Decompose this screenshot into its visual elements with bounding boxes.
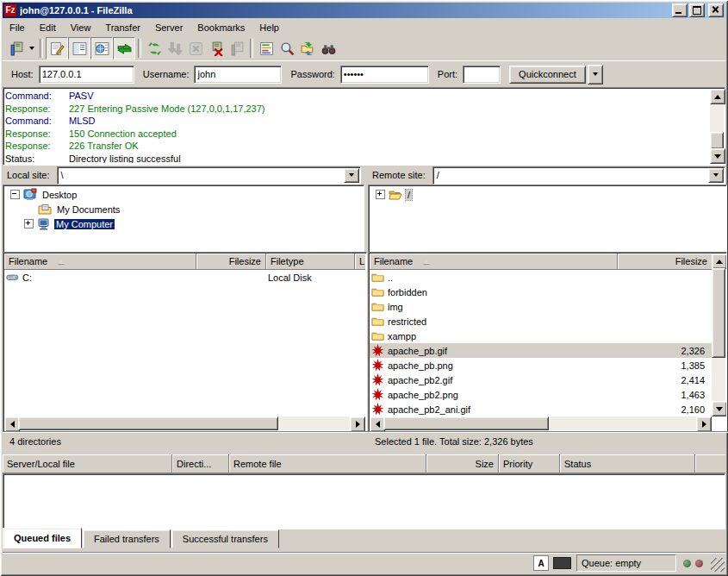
password-label: Password: (290, 69, 334, 79)
title-bar[interactable]: Fz john@127.0.0.1 - FileZilla (3, 3, 725, 18)
toggle-message-log-button[interactable] (46, 37, 68, 59)
log-scrollbar[interactable] (710, 89, 724, 164)
combo-dropdown-button[interactable] (708, 168, 724, 183)
host-input[interactable] (39, 66, 134, 84)
local-tree-icon (72, 41, 87, 56)
remote-list-vscrollbar[interactable] (712, 254, 725, 416)
remote-file-row[interactable]: apache_pb2.gif2,414 (370, 373, 712, 387)
expand-icon[interactable] (376, 190, 385, 199)
column-header-priority[interactable]: Priority (499, 454, 560, 473)
menu-server[interactable]: Server (155, 22, 183, 33)
remote-file-row[interactable]: apache_pb2.png1,463 (370, 387, 712, 402)
directory-comparison-button[interactable] (256, 38, 277, 59)
menu-transfer[interactable]: Transfer (105, 22, 140, 33)
resize-grip[interactable] (711, 558, 725, 572)
menu-view[interactable]: View (71, 22, 91, 33)
refresh-icon (147, 41, 162, 56)
log-line: Command:MLSD (5, 115, 709, 128)
desktop-icon (23, 188, 37, 202)
column-header-status[interactable]: Status (560, 454, 695, 473)
remote-file-row-selected[interactable]: apache_pb.gif2,326 (370, 343, 712, 358)
tab-successful-transfers[interactable]: Successful transfers (171, 529, 279, 548)
minimize-button[interactable] (672, 3, 688, 17)
local-list-hscrollbar[interactable] (4, 416, 365, 430)
local-file-row[interactable]: C: Local Disk (4, 270, 365, 285)
scroll-up-button[interactable] (712, 254, 727, 269)
port-input[interactable] (463, 66, 501, 84)
remote-site-combo[interactable]: / (432, 166, 725, 185)
menu-help[interactable]: Help (259, 22, 279, 33)
remote-file-row[interactable]: xampp (370, 329, 712, 343)
disconnect-button[interactable] (206, 38, 227, 59)
message-log-icon (50, 41, 65, 56)
find-files-button[interactable] (277, 38, 297, 59)
column-header-size[interactable]: Size (426, 454, 499, 473)
menu-file[interactable]: File (9, 22, 25, 33)
tree-item-desktop[interactable]: Desktop (3, 187, 364, 202)
remote-status-text: Selected 1 file. Total size: 2,326 bytes (375, 436, 533, 447)
log-line: Command:PASV (5, 90, 709, 103)
log-line: Response:227 Entering Passive Mode (127,… (5, 103, 709, 116)
log-line: Status:Directory listing successful (5, 153, 709, 164)
filter-button[interactable] (318, 38, 339, 59)
scroll-right-button[interactable] (350, 416, 365, 432)
column-header-filename[interactable]: Filename (370, 254, 618, 270)
column-header-last-modified[interactable]: L (355, 254, 365, 270)
menu-edit[interactable]: Edit (40, 22, 56, 33)
arrow-right-icon (356, 421, 360, 428)
cancel-operation-button[interactable] (185, 38, 206, 59)
column-header-server-local-file[interactable]: Server/Local file (3, 454, 172, 473)
synchronized-browsing-button[interactable] (297, 38, 318, 59)
process-queue-button[interactable] (165, 38, 185, 59)
tab-queued-files[interactable]: Queued files (3, 528, 82, 548)
collapse-icon[interactable] (10, 190, 20, 199)
column-header-remote-file[interactable]: Remote file (229, 454, 426, 473)
remote-file-row[interactable]: apache_pb2_ani.gif2,160 (370, 402, 712, 416)
password-input[interactable] (340, 66, 429, 84)
menu-bookmarks[interactable]: Bookmarks (197, 22, 245, 33)
username-input[interactable] (194, 66, 282, 84)
remote-list-hscrollbar[interactable] (370, 416, 712, 430)
scroll-down-button[interactable] (710, 148, 725, 164)
remote-file-row[interactable]: restricted (370, 314, 712, 329)
queue-body[interactable] (3, 473, 725, 529)
close-button[interactable] (708, 3, 724, 17)
column-header-direction[interactable]: Directi... (172, 454, 229, 473)
refresh-button[interactable] (144, 38, 165, 59)
scroll-thumb[interactable] (383, 416, 549, 430)
remote-file-row[interactable]: img (370, 299, 712, 314)
remote-file-row[interactable]: apache_pb.png1,385 (370, 358, 712, 373)
quickconnect-dropdown[interactable] (588, 65, 603, 85)
site-manager-dropdown[interactable] (27, 38, 37, 59)
local-site-combo[interactable]: \ (57, 166, 361, 185)
tree-item-root[interactable]: / (369, 187, 726, 202)
column-header-filename[interactable]: Filename (4, 254, 196, 270)
column-header-filetype[interactable]: Filetype (266, 254, 355, 270)
toggle-local-tree-button[interactable] (68, 37, 90, 59)
local-site-label: Local site: (7, 170, 50, 180)
column-header-filesize[interactable]: Filesize (196, 254, 266, 270)
scroll-right-button[interactable] (696, 416, 712, 432)
toggle-remote-tree-button[interactable] (90, 37, 113, 59)
scroll-down-button[interactable] (712, 401, 727, 416)
remote-file-row[interactable]: forbidden (370, 285, 712, 299)
site-manager-button[interactable] (6, 38, 27, 59)
quickconnect-button[interactable]: Quickconnect (509, 66, 586, 84)
remote-file-row[interactable]: .. (370, 270, 712, 285)
tree-item-my-computer[interactable]: My Computer (3, 216, 364, 231)
reconnect-button[interactable] (227, 38, 247, 59)
column-header-filesize[interactable]: Filesize (618, 254, 712, 270)
maximize-button[interactable] (689, 3, 705, 17)
open-folder-icon (389, 188, 402, 202)
combo-dropdown-button[interactable] (344, 168, 359, 183)
scroll-thumb[interactable] (712, 268, 725, 358)
speed-limit-indicator-icon (553, 557, 571, 569)
tab-failed-transfers[interactable]: Failed transfers (83, 529, 171, 548)
close-icon (709, 4, 723, 16)
scroll-up-button[interactable] (710, 89, 725, 104)
expand-icon[interactable] (24, 219, 34, 229)
tree-item-my-documents[interactable]: My Documents (3, 202, 364, 216)
scroll-thumb[interactable] (18, 416, 278, 430)
scroll-thumb[interactable] (710, 132, 724, 149)
toggle-transfer-queue-button[interactable] (113, 37, 135, 59)
